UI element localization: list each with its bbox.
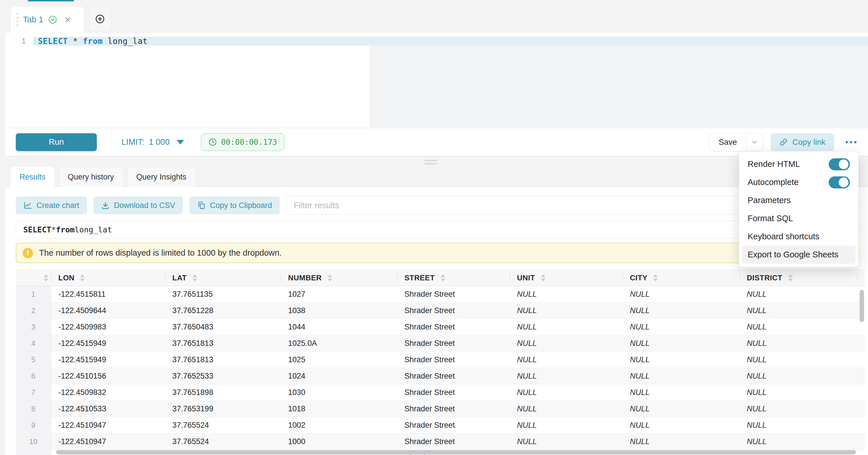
table-row[interactable]: 2-122.450964437.76512281038Shrader Stree… xyxy=(16,302,865,319)
table-row[interactable]: 8-122.451053337.76531991018Shrader Stree… xyxy=(16,401,865,417)
row-number: 2 xyxy=(16,302,51,318)
table-row[interactable]: 4-122.451594937.76518131025.0AShrader St… xyxy=(16,335,865,352)
cell-value: NULL xyxy=(517,437,537,446)
menu-item-label: Autocomplete xyxy=(748,178,799,187)
chevron-down-icon xyxy=(177,140,184,145)
cell-value: Shrader Street xyxy=(404,323,455,332)
run-button[interactable]: Run xyxy=(16,133,97,151)
tab-query-history[interactable]: Query history xyxy=(59,166,123,187)
create-chart-button[interactable]: Create chart xyxy=(16,196,87,214)
sort-icon[interactable] xyxy=(80,274,85,281)
sort-icon[interactable] xyxy=(44,274,48,281)
column-header-label: LAT xyxy=(172,273,187,282)
menu-item-parameters[interactable]: Parameters xyxy=(739,191,859,209)
copy-link-button[interactable]: Copy link xyxy=(771,133,834,151)
menu-item-label: Format SQL xyxy=(748,214,793,223)
row-limit-warning-banner: ! The number of rows displayed is limite… xyxy=(16,243,859,263)
tab-label: Query history xyxy=(68,173,114,182)
column-header-number[interactable]: NUMBER xyxy=(281,270,397,286)
cell-value: Shrader Street xyxy=(404,339,455,348)
sort-icon[interactable] xyxy=(788,274,793,281)
cell-district: NULL xyxy=(740,384,857,400)
sort-icon[interactable] xyxy=(441,274,445,281)
cell-city: NULL xyxy=(623,335,740,351)
timer-value: 00:00:00.173 xyxy=(221,138,277,147)
cell-re: NULL xyxy=(857,417,865,433)
copy-clipboard-label: Copy to Clipboard xyxy=(210,201,272,210)
menu-item-export-to-google-sheets[interactable]: Export to Google Sheets xyxy=(742,246,856,264)
column-header-unit[interactable]: UNIT xyxy=(510,270,623,286)
header-separator xyxy=(165,274,166,282)
column-header-lon[interactable]: LON xyxy=(51,270,165,286)
sort-icon[interactable] xyxy=(541,274,546,281)
editor-tab[interactable]: Tab 1 xyxy=(11,6,84,32)
sort-icon[interactable] xyxy=(653,274,658,281)
column-header-city[interactable]: CITY xyxy=(623,270,740,286)
sort-up-arrow xyxy=(788,274,793,277)
column-header-re[interactable]: RE xyxy=(857,270,865,286)
cell-value: 1030 xyxy=(288,388,305,397)
drag-handle-icon[interactable] xyxy=(17,13,19,26)
pane-resize-handle[interactable] xyxy=(425,160,437,166)
menu-item-keyboard-shortcuts[interactable]: Keyboard shortcuts xyxy=(739,228,859,246)
more-options-button[interactable] xyxy=(844,138,858,146)
table-row[interactable]: 3-122.450998337.76504831044Shrader Stree… xyxy=(16,319,865,335)
cell-value: NULL xyxy=(630,339,650,348)
table-row[interactable]: 7-122.450983237.76518981030Shrader Stree… xyxy=(16,384,865,401)
tab-results[interactable]: Results xyxy=(11,166,54,187)
column-header-lat[interactable]: LAT xyxy=(165,270,281,286)
cell-street: Shrader Street xyxy=(397,368,510,384)
cell-value: Shrader Street xyxy=(404,290,455,299)
executed-query-bar[interactable]: SELECT * from long_lat xyxy=(16,221,859,238)
cell-city: NULL xyxy=(623,302,740,318)
close-tab-icon[interactable] xyxy=(64,16,71,24)
chevron-down-icon xyxy=(751,139,758,146)
toggle-render-html[interactable] xyxy=(829,158,850,170)
download-csv-button[interactable]: Download to CSV xyxy=(93,196,183,214)
copy-clipboard-button[interactable]: Copy to Clipboard xyxy=(189,196,280,214)
cell-value: -122.4509983 xyxy=(58,323,106,332)
menu-item-format-sql[interactable]: Format SQL xyxy=(739,209,859,228)
cell-value: NULL xyxy=(517,404,537,413)
cell-value: 1038 xyxy=(288,306,305,315)
limit-dropdown[interactable]: LIMIT: 1 000 xyxy=(122,137,184,147)
link-icon xyxy=(779,138,788,147)
cell-re: NULL xyxy=(857,352,865,368)
column-header-street[interactable]: STREET xyxy=(397,270,510,286)
horizontal-scrollbar[interactable] xyxy=(56,450,856,454)
menu-item-render-html[interactable]: Render HTML xyxy=(739,155,859,173)
toggle-autocomplete[interactable] xyxy=(829,176,850,188)
sort-icon[interactable] xyxy=(192,274,197,281)
table-row[interactable]: 1-122.451581137.76511351027Shrader Stree… xyxy=(16,286,865,302)
cell-city: NULL xyxy=(623,319,740,335)
header-separator xyxy=(623,274,623,282)
tab-query-insights[interactable]: Query Insights xyxy=(127,166,195,187)
table-row[interactable]: 5-122.451594937.76518131025Shrader Stree… xyxy=(16,352,865,368)
cell-lat: 37.7651813 xyxy=(165,335,281,351)
cell-lat: 37.7651135 xyxy=(165,286,281,302)
cell-value: NULL xyxy=(517,421,537,430)
sql-token: * xyxy=(68,36,83,46)
cell-street: Shrader Street xyxy=(397,433,510,450)
table-row[interactable]: 6-122.451015637.76525331024Shrader Stree… xyxy=(16,368,865,384)
sql-editor[interactable]: 1 SELECT * from long_lat xyxy=(5,32,868,128)
sql-token: long_lat xyxy=(103,36,148,46)
sort-icon[interactable] xyxy=(328,274,332,281)
table-row[interactable]: 10-122.451094737.7655241000Shrader Stree… xyxy=(16,433,865,450)
menu-item-autocomplete[interactable]: Autocomplete xyxy=(739,173,859,191)
new-tab-button[interactable] xyxy=(89,7,111,31)
save-options-button[interactable] xyxy=(746,133,763,151)
sort-up-arrow xyxy=(441,274,445,277)
cell-value: 37.7650483 xyxy=(172,323,213,332)
cell-value: NULL xyxy=(517,355,537,364)
vertical-scrollbar[interactable] xyxy=(860,290,864,322)
cell-re: NULL xyxy=(857,368,865,384)
cell-city: NULL xyxy=(623,352,740,368)
column-header-rownum[interactable] xyxy=(16,270,51,286)
sort-up-arrow xyxy=(653,274,658,277)
save-button[interactable]: Save xyxy=(709,133,746,151)
table-row[interactable]: 9-122.451094737.7655241002Shrader Street… xyxy=(16,417,865,433)
column-header-label: NUMBER xyxy=(288,273,322,282)
column-header-district[interactable]: DISTRICT xyxy=(740,270,857,286)
sql-code-line[interactable]: SELECT * from long_lat xyxy=(35,36,148,46)
